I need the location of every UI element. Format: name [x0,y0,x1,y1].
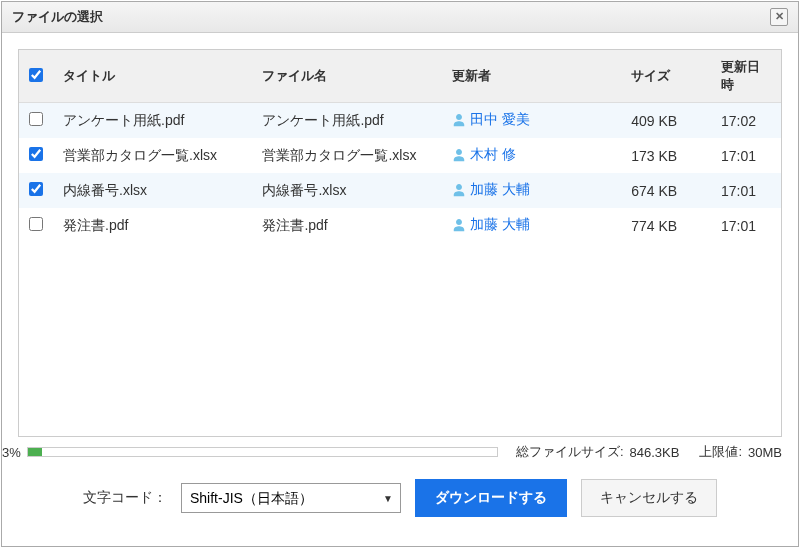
row-checkbox[interactable] [29,182,43,196]
cell-title: 発注書.pdf [53,208,252,243]
select-all-checkbox[interactable] [29,68,43,82]
user-name: 加藤 大輔 [470,216,530,234]
cell-title: アンケート用紙.pdf [53,103,252,139]
user-icon [452,183,466,197]
encoding-select-wrap: Shift-JIS（日本語） ▼ [181,483,401,513]
status-bar: 3% 総ファイルサイズ:846.3KB 上限値:30MB [2,437,798,461]
cell-title: 営業部カタログ一覧.xlsx [53,138,252,173]
cancel-button[interactable]: キャンセルする [581,479,717,517]
dialog-title: ファイルの選択 [12,8,103,26]
user-name: 木村 修 [470,146,516,164]
user-icon [452,148,466,162]
file-select-dialog: ファイルの選択 ✕ タイトル ファイル名 更新者 サイズ 更新日時 [1,1,799,547]
footer: 文字コード： Shift-JIS（日本語） ▼ ダウンロードする キャンセルする [2,461,798,533]
titlebar: ファイルの選択 ✕ [2,2,798,33]
cell-filename: 内線番号.xlsx [252,173,441,208]
cell-date: 17:01 [711,173,781,208]
user-link[interactable]: 田中 愛美 [452,111,530,129]
close-button[interactable]: ✕ [770,8,788,26]
user-name: 加藤 大輔 [470,181,530,199]
encoding-select[interactable]: Shift-JIS（日本語） [181,483,401,513]
progress-bar [27,447,498,457]
download-button[interactable]: ダウンロードする [415,479,567,517]
cell-filename: 営業部カタログ一覧.xlsx [252,138,441,173]
cell-filename: アンケート用紙.pdf [252,103,441,139]
limit-label: 上限値: [699,443,742,461]
file-table: タイトル ファイル名 更新者 サイズ 更新日時 アンケート用紙.pdfアンケート… [19,50,781,243]
header-user[interactable]: 更新者 [442,50,621,103]
cell-size: 409 KB [621,103,711,139]
user-link[interactable]: 加藤 大輔 [452,216,530,234]
table-row[interactable]: 内線番号.xlsx内線番号.xlsx加藤 大輔674 KB17:01 [19,173,781,208]
cell-size: 173 KB [621,138,711,173]
header-size[interactable]: サイズ [621,50,711,103]
user-name: 田中 愛美 [470,111,530,129]
header-row: タイトル ファイル名 更新者 サイズ 更新日時 [19,50,781,103]
row-checkbox[interactable] [29,147,43,161]
encoding-label: 文字コード： [83,489,167,507]
cell-date: 17:01 [711,138,781,173]
limit-value: 30MB [748,445,782,460]
table-row[interactable]: アンケート用紙.pdfアンケート用紙.pdf田中 愛美409 KB17:02 [19,103,781,139]
total-size-label: 総ファイルサイズ: [516,443,624,461]
user-link[interactable]: 加藤 大輔 [452,181,530,199]
table-row[interactable]: 営業部カタログ一覧.xlsx営業部カタログ一覧.xlsx木村 修173 KB17… [19,138,781,173]
user-link[interactable]: 木村 修 [452,146,516,164]
progress-percent: 3% [2,445,21,460]
cell-date: 17:01 [711,208,781,243]
header-filename[interactable]: ファイル名 [252,50,441,103]
close-icon: ✕ [775,10,784,22]
progress-fill [28,448,42,456]
user-icon [452,113,466,127]
header-title[interactable]: タイトル [53,50,252,103]
header-checkbox-cell [19,50,53,103]
table-body: アンケート用紙.pdfアンケート用紙.pdf田中 愛美409 KB17:02営業… [19,103,781,244]
header-date[interactable]: 更新日時 [711,50,781,103]
total-size-value: 846.3KB [630,445,680,460]
table-row[interactable]: 発注書.pdf発注書.pdf加藤 大輔774 KB17:01 [19,208,781,243]
cell-filename: 発注書.pdf [252,208,441,243]
cell-title: 内線番号.xlsx [53,173,252,208]
user-icon [452,218,466,232]
table-container: タイトル ファイル名 更新者 サイズ 更新日時 アンケート用紙.pdfアンケート… [18,49,782,437]
cell-size: 674 KB [621,173,711,208]
cell-date: 17:02 [711,103,781,139]
row-checkbox[interactable] [29,217,43,231]
content-area: タイトル ファイル名 更新者 サイズ 更新日時 アンケート用紙.pdfアンケート… [2,33,798,437]
cell-size: 774 KB [621,208,711,243]
row-checkbox[interactable] [29,112,43,126]
